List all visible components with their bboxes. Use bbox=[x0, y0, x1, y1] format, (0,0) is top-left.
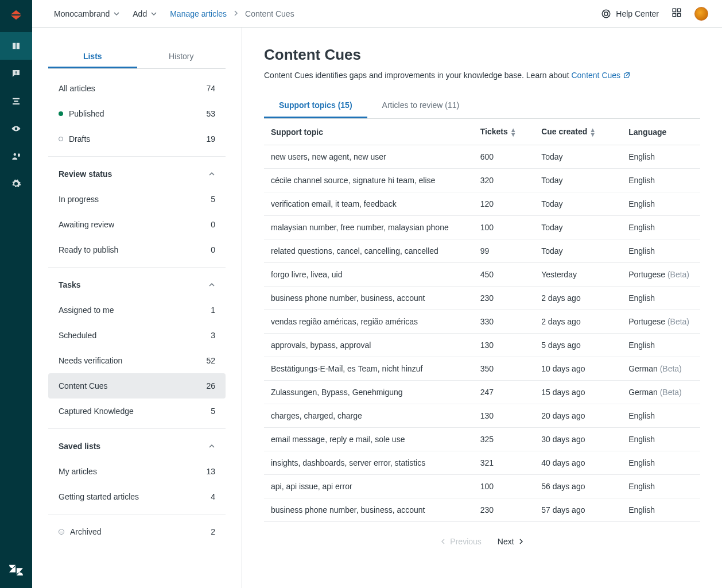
sidebar-item[interactable]: Scheduled3 bbox=[48, 323, 226, 348]
cell-created: Today bbox=[534, 192, 622, 216]
svg-rect-8 bbox=[18, 154, 20, 157]
table-row[interactable]: new users, new agent, new user600TodayEn… bbox=[264, 145, 700, 169]
section-label: Review status bbox=[59, 169, 112, 179]
sidebar-section-saved[interactable]: Saved lists bbox=[48, 434, 226, 459]
cell-created: 57 days ago bbox=[534, 498, 622, 522]
sidebar-item[interactable]: Content Cues26 bbox=[48, 373, 226, 399]
zendesk-logo-icon bbox=[9, 564, 23, 588]
sidebar-item-label: All articles bbox=[59, 84, 95, 93]
status-dot-published-icon bbox=[59, 111, 63, 116]
cell-tickets: 100 bbox=[473, 216, 534, 239]
chevron-down-icon bbox=[113, 10, 120, 17]
sidebar-item[interactable]: Captured Knowledge5 bbox=[48, 399, 226, 424]
table-row[interactable]: email message, reply e mail, sole use325… bbox=[264, 428, 700, 451]
prev-button[interactable]: Previous bbox=[440, 537, 481, 546]
subtext-text: Content Cues identifies gaps and improve… bbox=[264, 71, 571, 80]
svg-rect-4 bbox=[13, 98, 20, 99]
sidebar-tab-lists[interactable]: Lists bbox=[48, 46, 137, 68]
sidebar-item-count: 52 bbox=[206, 356, 215, 365]
sidebar-item-label: Content Cues bbox=[59, 381, 108, 390]
cell-created: 5 days ago bbox=[534, 334, 622, 357]
sidebar-item[interactable]: Needs verification52 bbox=[48, 348, 226, 373]
svg-point-7 bbox=[14, 153, 17, 156]
workspace-name: Monocambrand bbox=[54, 9, 110, 18]
svg-marker-0 bbox=[11, 10, 21, 14]
cell-language: English bbox=[622, 192, 700, 216]
beta-badge: (Beta) bbox=[660, 388, 682, 397]
table-row[interactable]: forgo livre, livea, uid450YesterdayPortu… bbox=[264, 263, 700, 287]
col-label: Language bbox=[628, 127, 666, 137]
sidebar: Lists History All articles 74 Published … bbox=[32, 28, 242, 588]
sidebar-item-published[interactable]: Published 53 bbox=[48, 101, 226, 126]
table-row[interactable]: charges, charged, charge13020 days agoEn… bbox=[264, 404, 700, 428]
avatar[interactable] bbox=[694, 7, 708, 21]
sidebar-item-count: 0 bbox=[211, 245, 215, 254]
nav-feedback-icon[interactable] bbox=[0, 60, 32, 87]
content-area: Content Cues Content Cues identifies gap… bbox=[242, 28, 722, 588]
sidebar-item[interactable]: Assigned to me1 bbox=[48, 297, 226, 323]
col-header-language[interactable]: Language bbox=[622, 119, 700, 145]
page-subtext: Content Cues identifies gaps and improve… bbox=[264, 71, 700, 80]
tab-support-topics[interactable]: Support topics (15) bbox=[264, 94, 367, 118]
help-center-link[interactable]: Help Center bbox=[601, 9, 659, 19]
table-row[interactable]: Zulassungen, Bypass, Genehmigung24715 da… bbox=[264, 381, 700, 404]
table-row[interactable]: related questions, cancel, cancelling, c… bbox=[264, 239, 700, 263]
sidebar-item-drafts[interactable]: Drafts 19 bbox=[48, 126, 226, 152]
apps-icon[interactable] bbox=[671, 7, 682, 20]
sidebar-item-count: 5 bbox=[211, 407, 215, 416]
table-row[interactable]: business phone number, business, account… bbox=[264, 287, 700, 310]
sidebar-item[interactable]: Getting started articles4 bbox=[48, 484, 226, 509]
cell-language: English bbox=[622, 498, 700, 522]
nav-eye-icon[interactable] bbox=[0, 115, 32, 142]
cell-topic: api, api issue, api error bbox=[264, 475, 473, 498]
table-row[interactable]: api, api issue, api error10056 days agoE… bbox=[264, 475, 700, 498]
cell-language: English bbox=[622, 451, 700, 475]
col-header-created[interactable]: Cue created▲▼ bbox=[534, 119, 622, 145]
brand-logo bbox=[8, 7, 24, 23]
sidebar-section-review[interactable]: Review status bbox=[48, 161, 226, 187]
table-row[interactable]: Bestätigungs-E-Mail, es Team, nicht hinz… bbox=[264, 357, 700, 381]
cell-language: English bbox=[622, 239, 700, 263]
svg-rect-12 bbox=[678, 9, 681, 11]
table-row[interactable]: approvals, bypass, approval1305 days ago… bbox=[264, 334, 700, 357]
col-label: Support topic bbox=[271, 127, 323, 137]
cell-tickets: 321 bbox=[473, 451, 534, 475]
workspace-dropdown[interactable]: Monocambrand bbox=[54, 9, 120, 18]
sidebar-item-all-articles[interactable]: All articles 74 bbox=[48, 76, 226, 101]
sidebar-item[interactable]: In progress5 bbox=[48, 187, 226, 212]
col-header-tickets[interactable]: Tickets▲▼ bbox=[473, 119, 534, 145]
cell-tickets: 247 bbox=[473, 381, 534, 404]
sidebar-item[interactable]: My articles13 bbox=[48, 459, 226, 484]
next-button[interactable]: Next bbox=[498, 537, 525, 546]
col-label: Tickets bbox=[480, 127, 508, 136]
col-header-topic[interactable]: Support topic bbox=[264, 119, 473, 145]
cell-tickets: 130 bbox=[473, 334, 534, 357]
cell-tickets: 99 bbox=[473, 239, 534, 263]
table-row[interactable]: cécile channel source, signature hi team… bbox=[264, 169, 700, 192]
breadcrumb-link[interactable]: Manage articles bbox=[170, 9, 227, 18]
sidebar-item-count: 53 bbox=[206, 109, 215, 118]
table-row[interactable]: verification email, it team, feedback120… bbox=[264, 192, 700, 216]
add-dropdown[interactable]: Add bbox=[133, 9, 157, 18]
tab-articles-to-review[interactable]: Articles to review (11) bbox=[367, 94, 475, 118]
table-row[interactable]: malaysian number, free number, malaysian… bbox=[264, 216, 700, 239]
sidebar-tab-history[interactable]: History bbox=[137, 46, 226, 68]
sidebar-item[interactable]: Ready to publish0 bbox=[48, 237, 226, 262]
nav-settings-icon[interactable] bbox=[0, 170, 32, 198]
sidebar-item-archived[interactable]: Archived 2 bbox=[48, 519, 226, 544]
cell-language: English bbox=[622, 216, 700, 239]
cell-created: Today bbox=[534, 216, 622, 239]
table-row[interactable]: business phone number, business, account… bbox=[264, 498, 700, 522]
sidebar-section-tasks[interactable]: Tasks bbox=[48, 272, 226, 297]
nav-arrange-icon[interactable] bbox=[0, 87, 32, 115]
svg-rect-5 bbox=[14, 100, 18, 102]
sidebar-item[interactable]: Awaiting review0 bbox=[48, 212, 226, 237]
cell-topic: approvals, bypass, approval bbox=[264, 334, 473, 357]
table-row[interactable]: insights, dashboards, server error, stat… bbox=[264, 451, 700, 475]
table-row[interactable]: vendas região américas, região américas3… bbox=[264, 310, 700, 334]
cell-topic: Bestätigungs-E-Mail, es Team, nicht hinz… bbox=[264, 357, 473, 381]
nav-users-icon[interactable] bbox=[0, 142, 32, 170]
nav-guide-icon[interactable] bbox=[0, 32, 32, 60]
nav-rail bbox=[0, 0, 32, 588]
learn-more-link[interactable]: Content Cues bbox=[571, 71, 631, 80]
